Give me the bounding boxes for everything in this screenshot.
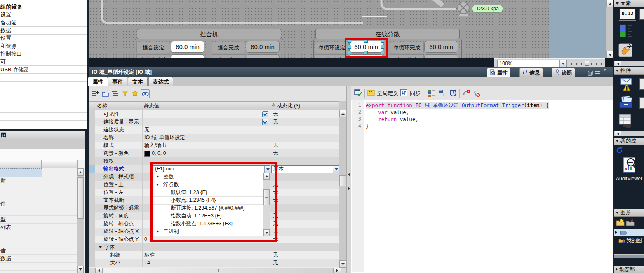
detail-list-item[interactable]: 新 — [0, 176, 78, 184]
io-field[interactable]: 1234.0 m/s — [171, 54, 204, 58]
scroll-up-button[interactable] — [339, 110, 346, 117]
float-window-icon[interactable] — [588, 69, 593, 74]
scroll-left-button[interactable] — [95, 268, 103, 273]
tab-0[interactable]: 属性 — [88, 77, 108, 86]
detail-column-header[interactable] — [0, 160, 42, 168]
sidebar-item[interactable]: USB 存储器 — [0, 65, 87, 74]
detail-scrollbar[interactable] — [77, 168, 84, 273]
sidebar-item[interactable]: 设置 — [0, 34, 87, 42]
scroll-left-button[interactable] — [615, 131, 621, 136]
detail-list-item[interactable] — [0, 270, 78, 273]
property-row[interactable]: 连接状态无 — [89, 126, 346, 134]
inspector-tab-2[interactable]: 诊断 — [552, 68, 575, 77]
table-header-dynamic[interactable]: 动态化 (3) — [270, 102, 348, 110]
detail-list-item[interactable]: 数据 — [0, 254, 78, 263]
sidebar-item[interactable] — [0, 73, 87, 82]
scroll-thumb[interactable] — [77, 177, 84, 219]
user-view-tool-icon[interactable] — [618, 114, 634, 131]
folder-view-icon[interactable] — [101, 89, 109, 98]
io-field[interactable]: 1234.0 m/s — [246, 54, 280, 58]
io-field[interactable]: 1234.0 m/s — [424, 54, 458, 58]
sidebar-item[interactable]: 控制接口 — [0, 50, 87, 58]
sidebar-item[interactable] — [0, 112, 87, 121]
audit-viewer-tool-icon[interactable] — [623, 156, 637, 175]
property-row[interactable]: 连接质量 - 显示无 — [89, 118, 346, 126]
sidebar-item[interactable]: 和资源 — [0, 42, 87, 50]
tab-1[interactable]: 事件 — [108, 77, 127, 86]
detail-list-item[interactable] — [0, 184, 78, 192]
combo-dropdown-button[interactable] — [559, 60, 566, 67]
property-row[interactable]: 可见性无 — [89, 110, 346, 118]
scroll-down-button[interactable] — [339, 260, 346, 268]
sidebar-item[interactable]: 可 — [0, 58, 87, 66]
eye-visibility-icon[interactable] — [141, 89, 150, 98]
sidebar-item[interactable]: 数据 — [0, 26, 87, 35]
scroll-up-button[interactable] — [606, 0, 613, 7]
tab-2[interactable]: 文本 — [128, 77, 148, 86]
detail-list-item[interactable]: 列表 — [0, 223, 78, 231]
scroll-thumb[interactable] — [339, 175, 346, 186]
property-table-hscrollbar[interactable] — [89, 268, 346, 273]
global-definitions-button[interactable]: 全局定义 — [377, 90, 398, 97]
canvas-vertical-scrollbar[interactable] — [606, 0, 613, 58]
property-table-scrollbar[interactable] — [339, 101, 346, 268]
synchronize-button[interactable]: 同步 — [410, 90, 421, 97]
detail-list-item[interactable] — [0, 168, 42, 177]
sidebar-item[interactable] — [0, 89, 87, 97]
io-field[interactable]: 60.0 min — [171, 41, 204, 53]
detail-column-header[interactable] — [41, 160, 78, 168]
property-row[interactable]: 名称IO 域_单循环设定 — [89, 134, 346, 142]
scroll-down-button[interactable] — [77, 266, 84, 273]
switch-tool-icon[interactable] — [618, 42, 634, 59]
section-header-dynamic-parts[interactable]: 动态部 — [614, 266, 644, 273]
sync-icon[interactable] — [400, 89, 409, 98]
io-field[interactable]: 60.0 min — [246, 41, 280, 53]
slider-thumb[interactable] — [585, 61, 589, 66]
detail-list-item[interactable] — [0, 208, 78, 216]
combo-dropdown-button[interactable] — [333, 166, 339, 173]
favorites-star-icon[interactable] — [131, 89, 139, 98]
palette-hscrollbar[interactable] — [614, 131, 644, 136]
sidebar-item[interactable]: 设置 — [0, 11, 87, 19]
dynamization-combobox[interactable]: 脚本 — [271, 165, 340, 173]
graphics-item-my-graphics[interactable]: 我的图 — [614, 237, 644, 244]
sidebar-item[interactable] — [0, 120, 87, 128]
bar-tool-icon[interactable] — [619, 24, 633, 40]
detail-list-item[interactable]: 件 — [0, 200, 78, 208]
tab-3[interactable]: 表达式 — [148, 77, 173, 86]
sidebar-item[interactable] — [0, 81, 87, 89]
partial-tool-icon[interactable] — [639, 78, 644, 90]
inspector-tab-0[interactable]: 属性 — [487, 68, 510, 77]
sidebar-item[interactable] — [0, 97, 87, 105]
scroll-up-button[interactable] — [77, 168, 84, 176]
scroll-thumb[interactable] — [103, 268, 334, 273]
property-row[interactable]: 大小14无 — [89, 259, 346, 267]
section-header-my-controls[interactable]: 我的控 — [614, 138, 644, 145]
property-row[interactable]: 粗细标准无 — [89, 251, 346, 259]
property-row[interactable]: 字体 — [89, 243, 346, 251]
validate-script-icon[interactable] — [354, 89, 363, 98]
pressure-io-field[interactable]: 123.0 kpa — [472, 5, 503, 13]
sidebar-item[interactable]: 组的设备 — [0, 3, 87, 11]
property-row[interactable]: 模式输入/输出无 — [89, 142, 346, 149]
checkbox-checked[interactable] — [262, 119, 268, 125]
audit-viewer-label[interactable]: AuditViewer — [614, 176, 644, 182]
io-field-tool-icon[interactable]: 0.12 — [619, 8, 636, 20]
category-view-icon[interactable] — [91, 89, 99, 98]
section-header-controls[interactable]: 控件 — [614, 67, 644, 75]
list-view-icon[interactable] — [111, 89, 119, 98]
sidebar-item[interactable]: 备功能 — [0, 19, 87, 27]
zoom-level-combobox[interactable]: 100% — [497, 60, 567, 67]
scroll-right-button[interactable] — [334, 268, 341, 273]
detail-list-item[interactable] — [0, 262, 78, 271]
recipe-view-tool-icon[interactable] — [618, 96, 634, 112]
partial-tool-icon[interactable] — [639, 9, 644, 20]
section-header-elements[interactable]: 元素 — [614, 0, 644, 7]
window-list-icon[interactable] — [595, 69, 600, 74]
graphics-item-wincc[interactable]: WinCC — [614, 229, 644, 236]
panel-splitter[interactable] — [614, 254, 644, 258]
previous-error-icon[interactable] — [462, 89, 471, 98]
collapse-arrow-icon[interactable] — [99, 246, 102, 248]
table-header-static[interactable]: 静态值 — [142, 102, 272, 110]
palette-hscrollbar[interactable] — [614, 61, 644, 66]
